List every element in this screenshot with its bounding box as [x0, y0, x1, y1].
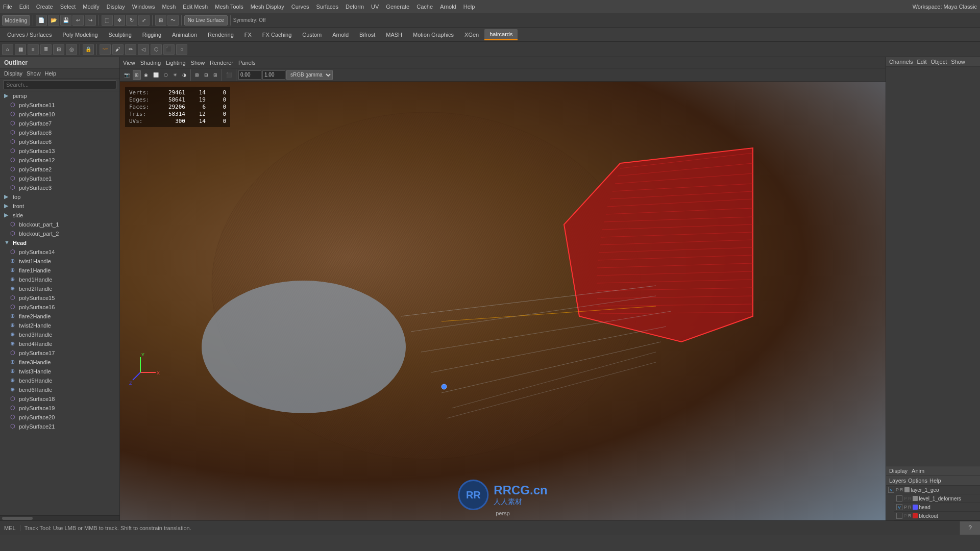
list-item[interactable]: ⊕ bend3Handle: [6, 330, 119, 339]
vp-grid-btn[interactable]: ⊟: [202, 70, 210, 80]
list-item[interactable]: ⬡ polySurface18: [6, 394, 119, 404]
list-item[interactable]: ⬡ polySurface16: [6, 303, 119, 312]
list-item[interactable]: ⬡ polySurface13: [6, 146, 119, 156]
list-item[interactable]: ⬡ polySurface6: [6, 137, 119, 146]
list-item[interactable]: ⬡ polySurface17: [6, 348, 119, 358]
menu-create[interactable]: Create: [36, 4, 53, 10]
list-item[interactable]: ⬡ polySurface7: [6, 119, 119, 128]
sphere-icon[interactable]: ○: [176, 44, 187, 55]
vp-resolution-btn[interactable]: ⊠: [193, 70, 201, 80]
list-item[interactable]: ⊕ flare1Handle: [6, 266, 119, 275]
vp-menu-lighting[interactable]: Lighting: [166, 60, 186, 66]
layer-menu-layers[interactable]: Layers: [889, 478, 906, 484]
menu-deform[interactable]: Deform: [346, 4, 364, 10]
menu-windows[interactable]: Windows: [132, 4, 155, 10]
tab-arnold[interactable]: Arnold: [327, 30, 354, 40]
lock-icon[interactable]: 🔒: [83, 44, 94, 55]
hair-icon[interactable]: 〰: [100, 44, 111, 55]
list-item[interactable]: ⊕ bend1Handle: [6, 275, 119, 284]
pencil-icon[interactable]: ✏: [125, 44, 136, 55]
grid-icon[interactable]: ⊟: [53, 44, 64, 55]
menu-file[interactable]: File: [3, 4, 12, 10]
tab-fx-caching[interactable]: FX Caching: [257, 30, 297, 40]
outliner-menu-help[interactable]: Help: [45, 70, 57, 77]
vp-menu-panels[interactable]: Panels: [238, 60, 256, 66]
list-item[interactable]: ▶ front: [0, 202, 119, 211]
list-item[interactable]: ⊕ flare2Handle: [6, 312, 119, 321]
home-icon[interactable]: ⌂: [2, 44, 13, 55]
tab-curves-surfaces[interactable]: Curves / Surfaces: [2, 30, 57, 40]
menu-cache[interactable]: Cache: [416, 4, 433, 10]
list-item[interactable]: ⬡ blockout_part_2: [6, 229, 119, 238]
outliner-scrollbar[interactable]: [0, 515, 119, 520]
layer-item[interactable]: V P R layer_1_geo: [886, 486, 980, 494]
tab-rendering[interactable]: Rendering: [203, 30, 239, 40]
vp-lighting-btn[interactable]: ☀: [171, 70, 179, 80]
curve-icon[interactable]: ◎: [66, 44, 77, 55]
cube-icon[interactable]: ⬛: [163, 44, 175, 55]
list-item[interactable]: ⊕ bend5Handle: [6, 376, 119, 385]
workspace-dropdown[interactable]: Modeling: [2, 15, 30, 26]
list-item[interactable]: ⬡ polySurface8: [6, 128, 119, 137]
tab-haircards[interactable]: haircards: [484, 29, 518, 40]
layer-v-checkbox[interactable]: V: [896, 504, 902, 510]
list-item[interactable]: ⊕ twist3Handle: [6, 367, 119, 376]
vp-menu-shading[interactable]: Shading: [140, 60, 161, 66]
tab-rigging[interactable]: Rigging: [137, 30, 166, 40]
channel-menu-channels[interactable]: Channels: [889, 59, 913, 65]
anim-tab[interactable]: Anim: [912, 468, 924, 474]
list-item[interactable]: ⬡ polySurface20: [6, 413, 119, 422]
list-item[interactable]: ⬡ blockout_part_1: [6, 220, 119, 229]
search-input[interactable]: [3, 80, 116, 89]
tab-bifrost[interactable]: Bifrost: [354, 30, 380, 40]
layer-item[interactable]: V P R head: [894, 503, 980, 512]
type-icon[interactable]: ≣: [40, 44, 52, 55]
layer-menu-options[interactable]: Options: [908, 478, 927, 484]
snap-grid-icon[interactable]: ⊞: [155, 15, 166, 26]
rotate-icon[interactable]: ↻: [126, 15, 137, 26]
list-item[interactable]: ▶ persp: [0, 91, 119, 101]
tab-fx[interactable]: FX: [239, 30, 257, 40]
layer-menu-help[interactable]: Help: [929, 478, 941, 484]
vp-shadow-btn[interactable]: ◑: [180, 70, 188, 80]
tab-xgen[interactable]: XGen: [459, 30, 484, 40]
help-button[interactable]: ?: [960, 521, 980, 535]
channel-menu-edit[interactable]: Edit: [917, 59, 926, 65]
vp-menu-view[interactable]: View: [123, 60, 135, 66]
new-file-icon[interactable]: 📄: [36, 15, 47, 26]
vp-shaded-btn[interactable]: ◉: [142, 70, 150, 80]
menu-generate[interactable]: Generate: [386, 4, 409, 10]
near-clip-input[interactable]: [238, 70, 261, 80]
brush-icon[interactable]: 🖌: [112, 44, 124, 55]
snap-curve-icon[interactable]: 〜: [167, 15, 179, 26]
layer-v-checkbox[interactable]: [896, 513, 902, 519]
list-item[interactable]: ⬡ polySurface10: [6, 110, 119, 119]
menu-edit-mesh[interactable]: Edit Mesh: [183, 4, 208, 10]
list-item[interactable]: ⬡ polySurface3: [6, 183, 119, 192]
tab-motion-graphics[interactable]: Motion Graphics: [408, 30, 459, 40]
tab-custom[interactable]: Custom: [297, 30, 327, 40]
list-item[interactable]: ⬡ polySurface21: [6, 422, 119, 431]
vp-camera-btn[interactable]: 📷: [122, 70, 132, 80]
channel-menu-object[interactable]: Object: [930, 59, 947, 65]
menu-help[interactable]: Help: [463, 4, 475, 10]
redo-icon[interactable]: ↪: [85, 15, 96, 26]
shape2-icon[interactable]: ⬡: [151, 44, 162, 55]
menu-mesh-display[interactable]: Mesh Display: [251, 4, 284, 10]
menu-edit[interactable]: Edit: [19, 4, 29, 10]
layer-v-checkbox[interactable]: [896, 495, 902, 502]
menu-select[interactable]: Select: [60, 4, 76, 10]
channel-menu-show[interactable]: Show: [951, 59, 965, 65]
list-item[interactable]: ⬡ polySurface2: [6, 165, 119, 174]
menu-uv[interactable]: UV: [371, 4, 379, 10]
tab-animation[interactable]: Animation: [167, 30, 202, 40]
far-clip-input[interactable]: [262, 70, 285, 80]
menu-curves[interactable]: Curves: [291, 4, 309, 10]
menu-mesh[interactable]: Mesh: [162, 4, 176, 10]
tab-poly-modeling[interactable]: Poly Modeling: [57, 30, 103, 40]
list-item[interactable]: ⊕ bend2Handle: [6, 284, 119, 293]
menu-mesh-tools[interactable]: Mesh Tools: [215, 4, 243, 10]
shape1-icon[interactable]: ◁: [138, 44, 149, 55]
menu-modify[interactable]: Modify: [83, 4, 99, 10]
viewport-canvas[interactable]: X Y Z Verts: 29461 14 0 Edges: 58641 19 …: [120, 82, 886, 520]
